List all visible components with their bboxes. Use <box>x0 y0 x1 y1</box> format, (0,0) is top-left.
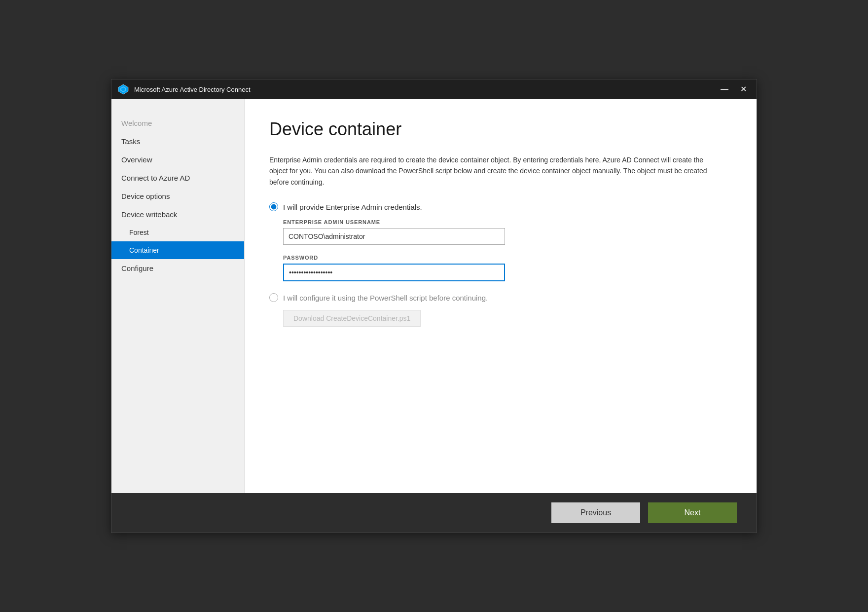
sidebar-item-device-options[interactable]: Device options <box>111 187 244 205</box>
username-field-group: ENTERPRISE ADMIN USERNAME <box>283 219 732 245</box>
description-text: Enterprise Admin credentials are require… <box>269 154 713 188</box>
username-label: ENTERPRISE ADMIN USERNAME <box>283 219 732 225</box>
sidebar-item-configure[interactable]: Configure <box>111 259 244 277</box>
radio-row-powershell: I will configure it using the PowerShell… <box>269 293 732 302</box>
password-label: PASSWORD <box>283 255 732 261</box>
radio-section-credentials: I will provide Enterprise Admin credenti… <box>269 202 732 281</box>
radio-credentials[interactable] <box>269 202 278 211</box>
main-window: Microsoft Azure Active Directory Connect… <box>111 79 757 533</box>
radio-credentials-label[interactable]: I will provide Enterprise Admin credenti… <box>283 203 422 211</box>
previous-button[interactable]: Previous <box>551 502 640 523</box>
footer-bar: Previous Next <box>111 493 757 533</box>
sidebar-item-container[interactable]: Container <box>111 241 244 259</box>
sidebar-item-overview[interactable]: Overview <box>111 151 244 169</box>
title-bar: Microsoft Azure Active Directory Connect… <box>111 79 757 99</box>
sidebar-item-forest[interactable]: Forest <box>111 224 244 241</box>
sidebar-item-connect-azure-ad[interactable]: Connect to Azure AD <box>111 169 244 187</box>
password-field-group: PASSWORD <box>283 255 732 281</box>
minimize-button[interactable]: — <box>717 84 732 94</box>
window-title: Microsoft Azure Active Directory Connect <box>134 86 717 93</box>
app-icon <box>117 83 129 95</box>
radio-row-credentials: I will provide Enterprise Admin credenti… <box>269 202 732 211</box>
window-controls: — ✕ <box>717 84 751 94</box>
content-area: Device container Enterprise Admin creden… <box>245 99 757 493</box>
sidebar-item-welcome[interactable]: Welcome <box>111 114 244 132</box>
next-button[interactable]: Next <box>648 502 737 523</box>
sidebar-item-device-writeback[interactable]: Device writeback <box>111 205 244 224</box>
sidebar: Welcome Tasks Overview Connect to Azure … <box>111 99 245 493</box>
download-script-button[interactable]: Download CreateDeviceContainer.ps1 <box>283 310 421 327</box>
radio-powershell[interactable] <box>269 293 278 302</box>
main-content: Welcome Tasks Overview Connect to Azure … <box>111 99 757 493</box>
sidebar-item-tasks[interactable]: Tasks <box>111 132 244 151</box>
username-input[interactable] <box>283 228 505 245</box>
close-button[interactable]: ✕ <box>736 84 751 94</box>
password-input[interactable] <box>283 264 505 281</box>
page-title: Device container <box>269 119 732 140</box>
radio-section-powershell: I will configure it using the PowerShell… <box>269 293 732 327</box>
radio-powershell-label[interactable]: I will configure it using the PowerShell… <box>283 294 488 302</box>
